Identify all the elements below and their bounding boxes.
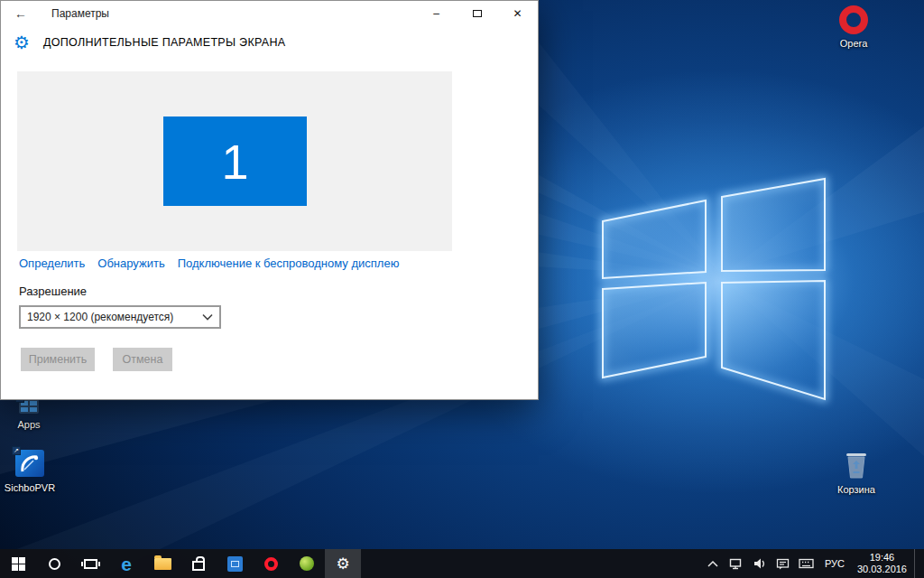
- windows-start-icon: [12, 557, 25, 571]
- close-button[interactable]: ✕: [497, 1, 538, 26]
- chevron-up-icon: [707, 559, 719, 568]
- opera-icon: [264, 557, 278, 571]
- identify-link[interactable]: Определить: [19, 256, 85, 270]
- taskbar: e ⚙: [0, 549, 924, 578]
- close-icon: ✕: [513, 7, 522, 20]
- desktop-icon-label: Корзина: [837, 484, 875, 495]
- green-app-icon: [300, 556, 314, 571]
- system-tray: РУС 19:46 30.03.2016: [702, 549, 924, 578]
- network-icon: [729, 557, 744, 570]
- desktop-icon-apps[interactable]: ↗ Apps: [7, 396, 51, 430]
- chevron-down-icon: [202, 313, 213, 321]
- display-links: Определить Обнаружить Подключение к бесп…: [19, 256, 399, 270]
- clock-date: 30.03.2016: [857, 564, 907, 575]
- file-explorer-icon: [154, 558, 171, 570]
- task-view-icon: [84, 559, 97, 569]
- taskbar-clock[interactable]: 19:46 30.03.2016: [852, 552, 912, 575]
- task-view-button[interactable]: [72, 549, 108, 578]
- desktop-icon-label: SichboPVR: [5, 482, 55, 493]
- settings-gear-icon: ⚙: [336, 556, 349, 572]
- desktop: Opera ↗ Apps ↗ SichboPVR Корзина: [0, 0, 924, 578]
- settings-window: ← Параметры – ✕ ⚙ ДОПОЛНИТЕЛЬНЫЕ ПАРАМЕТ…: [0, 0, 539, 400]
- desktop-icon-label: Apps: [17, 419, 40, 430]
- start-button[interactable]: [0, 549, 36, 578]
- settings-gear-icon: ⚙: [14, 33, 30, 51]
- store-button[interactable]: [180, 549, 217, 578]
- shortcut-badge-icon: ↗: [12, 446, 21, 455]
- detect-link[interactable]: Обнаружить: [97, 256, 164, 270]
- opera-button[interactable]: [253, 549, 289, 578]
- clock-time: 19:46: [857, 552, 907, 564]
- search-button[interactable]: [36, 549, 72, 578]
- minimize-button[interactable]: –: [416, 1, 457, 26]
- file-explorer-button[interactable]: [144, 549, 180, 578]
- monitor-1-tile[interactable]: 1: [163, 117, 307, 206]
- volume-button[interactable]: [749, 549, 771, 578]
- app-button-blue[interactable]: [217, 549, 253, 578]
- language-indicator[interactable]: РУС: [819, 558, 850, 569]
- note-icon: [776, 558, 790, 570]
- back-button[interactable]: ←: [1, 1, 41, 26]
- app-button-green[interactable]: [289, 549, 325, 578]
- desktop-icon-label: Opera: [840, 38, 868, 49]
- keyboard-icon: [799, 558, 814, 569]
- network-button[interactable]: [725, 549, 747, 578]
- cortana-search-icon: [49, 558, 60, 570]
- minimize-icon: –: [433, 7, 439, 20]
- edge-icon: e: [121, 555, 132, 573]
- page-header: ⚙ ДОПОЛНИТЕЛЬНЫЕ ПАРАМЕТРЫ ЭКРАНА: [1, 28, 538, 57]
- display-preview-area: 1: [17, 71, 452, 251]
- show-desktop-button[interactable]: [914, 549, 919, 578]
- maximize-button[interactable]: [457, 1, 497, 26]
- window-titlebar[interactable]: ← Параметры – ✕: [1, 1, 538, 26]
- desktop-icon-opera[interactable]: Opera: [827, 5, 881, 49]
- touch-keyboard-button[interactable]: [796, 549, 818, 578]
- page-title: ДОПОЛНИТЕЛЬНЫЕ ПАРАМЕТРЫ ЭКРАНА: [43, 36, 285, 49]
- apply-button[interactable]: Применить: [21, 348, 95, 371]
- cancel-button[interactable]: Отмена: [113, 348, 172, 371]
- resolution-selected-value: 1920 × 1200 (рекомендуется): [27, 311, 173, 323]
- resolution-label: Разрешение: [19, 284, 87, 298]
- opera-icon: [839, 5, 868, 34]
- notifications-button[interactable]: [772, 549, 794, 578]
- sichbopvr-icon: ↗: [14, 448, 46, 479]
- maximize-icon: [473, 10, 482, 17]
- store-bag-icon: [192, 561, 205, 571]
- edge-button[interactable]: e: [108, 549, 144, 578]
- window-title: Параметры: [51, 7, 109, 20]
- monitor-number: 1: [221, 134, 248, 190]
- desktop-icon-sichbopvr[interactable]: ↗ SichboPVR: [2, 448, 58, 493]
- desktop-icon-recycle-bin[interactable]: Корзина: [828, 448, 884, 495]
- blue-app-icon: [227, 556, 243, 572]
- back-arrow-icon: ←: [14, 6, 27, 21]
- wireless-display-link[interactable]: Подключение к беспроводному дисплею: [178, 256, 400, 270]
- resolution-dropdown[interactable]: 1920 × 1200 (рекомендуется): [19, 305, 221, 329]
- recycle-bin-icon: [842, 448, 871, 480]
- tray-expand-button[interactable]: [702, 549, 724, 578]
- settings-app-button[interactable]: ⚙: [325, 549, 361, 578]
- speaker-icon: [753, 557, 767, 570]
